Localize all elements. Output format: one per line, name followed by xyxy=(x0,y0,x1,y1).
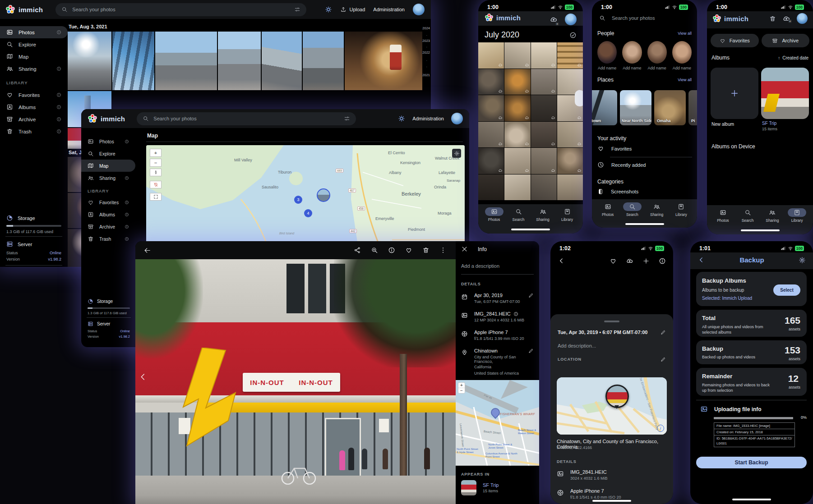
person-face[interactable] xyxy=(647,41,667,64)
grid-photo[interactable] xyxy=(478,42,504,69)
grid-photo[interactable] xyxy=(557,148,583,174)
photo-area[interactable] xyxy=(550,269,673,314)
nav-tab-photos[interactable]: Photos xyxy=(714,208,732,223)
grid-photo[interactable] xyxy=(531,42,557,69)
album-row[interactable]: SF Trip 15 items xyxy=(461,480,499,495)
sidebar-item-map[interactable]: Map xyxy=(0,50,68,63)
grid-photo[interactable] xyxy=(478,95,504,121)
photo-thumbnail[interactable] xyxy=(303,32,344,90)
add-name-link[interactable]: Add name xyxy=(597,66,617,70)
add-description-field[interactable]: Add description... xyxy=(550,335,673,348)
more-options-icon[interactable] xyxy=(439,247,447,254)
grid-photo[interactable] xyxy=(557,122,583,148)
detail-map[interactable]: The Embarcadero - San Francisco Ferry i xyxy=(557,377,667,435)
map-zoom-out-button[interactable]: − xyxy=(150,159,162,167)
add-plus-icon[interactable] xyxy=(642,257,650,265)
map-zoom-in-button[interactable]: + xyxy=(458,383,465,388)
map-photo-marker[interactable] xyxy=(317,188,330,202)
home-indicator[interactable] xyxy=(741,229,780,231)
info-circle-icon[interactable] xyxy=(56,30,61,35)
grid-photo[interactable] xyxy=(531,69,557,95)
grid-photo[interactable] xyxy=(478,69,504,95)
theme-toggle-icon[interactable] xyxy=(398,115,405,122)
album-tile[interactable] xyxy=(761,68,809,119)
place-tile[interactable]: Near North Side xyxy=(620,90,651,125)
photo-thumbnail[interactable] xyxy=(155,32,217,90)
info-circle-icon[interactable] xyxy=(125,139,129,144)
favorites-button[interactable]: Favorites xyxy=(711,34,759,47)
photo-thumbnail[interactable] xyxy=(68,32,111,90)
favorites-row[interactable]: Favorites xyxy=(597,145,632,152)
place-tile[interactable]: Chinatown xyxy=(592,90,617,125)
info-circle-icon[interactable] xyxy=(125,237,129,241)
sidebar-item-explore[interactable]: Explore xyxy=(81,147,135,160)
person-face[interactable] xyxy=(672,41,692,64)
administration-link[interactable]: Administration xyxy=(373,7,405,12)
select-button[interactable]: Select xyxy=(773,284,800,296)
home-indicator[interactable] xyxy=(625,223,664,225)
zoom-in-icon[interactable] xyxy=(371,247,378,254)
new-album-tile[interactable] xyxy=(711,68,758,119)
add-name-link[interactable]: Add name xyxy=(672,66,692,70)
photo-thumbnail[interactable] xyxy=(112,32,154,90)
sidebar-item-archive[interactable]: Archive xyxy=(81,220,135,233)
grid-photo[interactable] xyxy=(504,69,530,95)
avatar[interactable] xyxy=(413,4,425,15)
home-indicator[interactable] xyxy=(732,499,771,500)
grid-photo[interactable] xyxy=(504,148,530,174)
info-circle-icon[interactable] xyxy=(125,200,129,205)
info-circle-icon[interactable] xyxy=(388,247,395,254)
sidebar-item-photos[interactable]: Photos xyxy=(81,135,135,147)
photo-thumbnail[interactable] xyxy=(218,32,261,90)
sidebar-item-explore[interactable]: Explore xyxy=(0,38,68,50)
photo-thumbnail[interactable] xyxy=(262,32,302,90)
back-arrow-icon[interactable] xyxy=(143,247,151,254)
place-tile[interactable]: Omaha xyxy=(654,90,686,125)
edit-pencil-icon[interactable] xyxy=(528,348,534,353)
grid-photo[interactable] xyxy=(557,174,583,201)
nav-tab-photos[interactable]: Photos xyxy=(599,202,617,217)
grid-photo[interactable] xyxy=(504,122,530,148)
avatar[interactable] xyxy=(797,13,808,24)
favorite-heart-icon[interactable] xyxy=(405,247,412,254)
info-circle-icon[interactable] xyxy=(659,257,666,265)
nav-tab-search[interactable]: Search xyxy=(623,202,642,217)
home-indicator[interactable] xyxy=(511,229,550,230)
grid-photo[interactable] xyxy=(504,42,530,69)
avatar[interactable] xyxy=(565,14,577,25)
map-zoom-out-button[interactable]: − xyxy=(458,388,465,393)
close-icon[interactable] xyxy=(461,246,468,252)
edit-pencil-icon[interactable] xyxy=(528,293,534,298)
back-chevron-icon[interactable] xyxy=(558,257,565,265)
info-circle-icon[interactable] xyxy=(56,66,61,71)
sidebar-item-favorites[interactable]: Favorites xyxy=(0,89,68,101)
nav-tab-library[interactable]: Library xyxy=(558,207,577,222)
place-tile[interactable]: Pi xyxy=(688,90,697,125)
sidebar-item-trash[interactable]: Trash xyxy=(0,125,68,137)
upload-button[interactable]: Upload xyxy=(340,6,365,13)
add-name-link[interactable]: Add name xyxy=(647,66,667,70)
people-view-all-link[interactable]: View all xyxy=(678,31,692,36)
edit-pencil-icon[interactable] xyxy=(661,357,666,362)
map-hide-markers-button[interactable] xyxy=(150,181,162,188)
search-input[interactable]: Search your photos xyxy=(137,112,356,125)
trash-icon[interactable] xyxy=(769,15,776,22)
sheet-drag-handle[interactable] xyxy=(604,321,619,322)
sidebar-item-sharing[interactable]: Sharing xyxy=(0,63,68,75)
sidebar-item-favorites[interactable]: Favorites xyxy=(81,196,135,208)
nav-tab-search[interactable]: Search xyxy=(739,208,757,223)
map-cluster-marker[interactable]: 3 xyxy=(294,196,302,204)
info-circle-icon[interactable] xyxy=(513,312,518,316)
filter-sliders-icon[interactable] xyxy=(344,115,350,122)
backup-cloud-icon[interactable]: × xyxy=(550,15,558,25)
sidebar-item-trash[interactable]: Trash xyxy=(81,233,135,245)
grid-photo[interactable] xyxy=(504,174,530,201)
photo-pin-marker[interactable] xyxy=(605,385,629,408)
info-circle-icon[interactable] xyxy=(56,92,61,97)
add-name-link[interactable]: Add name xyxy=(622,66,642,70)
info-circle-icon[interactable] xyxy=(125,225,129,229)
start-backup-button[interactable]: Start Backup xyxy=(696,457,807,468)
nav-tab-sharing[interactable]: Sharing xyxy=(534,207,552,222)
sort-button[interactable]: ↑ Created date xyxy=(778,55,808,60)
scrollbar-thumb[interactable] xyxy=(575,90,583,106)
